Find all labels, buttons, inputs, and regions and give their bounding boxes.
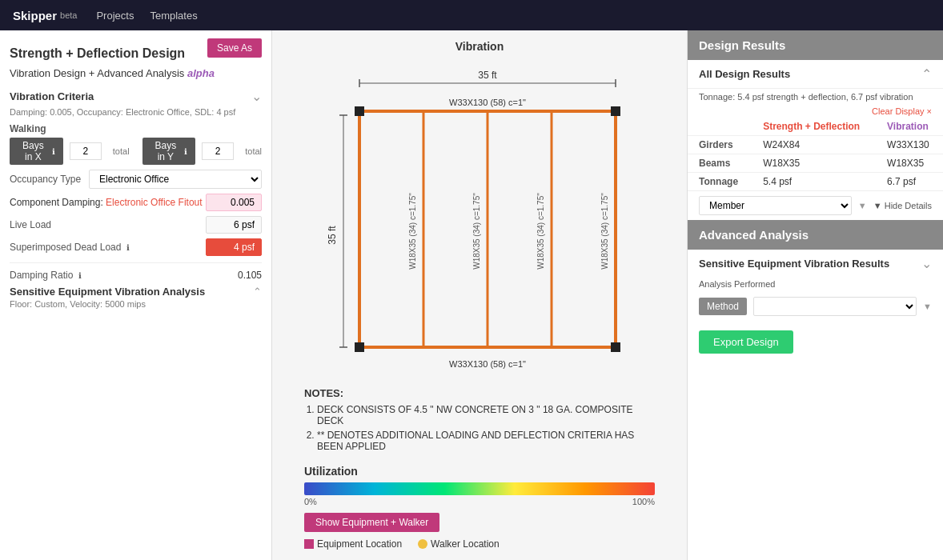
equipment-color-swatch bbox=[304, 539, 314, 549]
sdl-label: Superimposed Dead Load ℹ bbox=[10, 242, 206, 253]
bays-y-input[interactable] bbox=[202, 142, 234, 160]
vibration-info: Damping: 0.005, Occupancy: Electronic Of… bbox=[10, 107, 262, 117]
beams-sd: W18X35 bbox=[752, 154, 876, 173]
beta-tag: beta bbox=[60, 10, 77, 20]
analysis-performed-text: Analysis Performed bbox=[688, 278, 943, 294]
clear-display-button[interactable]: Clear Display × bbox=[688, 105, 943, 118]
method-button[interactable]: Method bbox=[699, 298, 747, 315]
gradient-labels: 0% 100% bbox=[304, 497, 655, 506]
sensitive-results-collapse[interactable]: ⌄ bbox=[921, 256, 932, 271]
vibration-criteria-title: Vibration Criteria bbox=[10, 90, 94, 102]
tonnage-vib: 6.7 psf bbox=[876, 173, 943, 191]
notes-title: NOTES: bbox=[304, 387, 655, 399]
sdl-input[interactable] bbox=[206, 238, 262, 256]
sdl-row: Superimposed Dead Load ℹ bbox=[10, 238, 262, 256]
svg-text:W18X35 (34) c=1.75": W18X35 (34) c=1.75" bbox=[536, 193, 545, 270]
all-results-row: All Design Results ⌃ bbox=[688, 60, 943, 89]
walking-label: Walking bbox=[10, 123, 262, 134]
method-row: Method ▼ bbox=[688, 294, 943, 324]
note-item-2: ** DENOTES ADDITIONAL LOADING AND DEFLEC… bbox=[317, 430, 655, 452]
floor-diagram: 35 ft W33X130 (58) c=1" 35 ft bbox=[327, 59, 632, 371]
all-results-title: All Design Results bbox=[699, 68, 790, 80]
advanced-analysis-header: Advanced Analysis bbox=[688, 220, 943, 250]
utilization-section: Utilization 0% 100% Show Equipment + Wal… bbox=[288, 465, 671, 550]
tonnage-label: Tonnage bbox=[688, 173, 752, 191]
export-design-button[interactable]: Export Design bbox=[699, 330, 793, 354]
left-panel: Save As Strength + Deflection Design Vib… bbox=[0, 30, 272, 560]
bays-y-button[interactable]: Bays in Y ℹ bbox=[142, 138, 196, 165]
svg-rect-11 bbox=[611, 106, 620, 116]
bays-y-total: total bbox=[245, 146, 262, 156]
results-table: Strength + Deflection Vibration Girders … bbox=[688, 118, 943, 190]
svg-text:W18X35 (34) c=1.75": W18X35 (34) c=1.75" bbox=[408, 193, 417, 270]
gradient-bar bbox=[304, 482, 655, 495]
diagram-title: Vibration bbox=[288, 40, 671, 53]
notes-list: DECK CONSISTS OF 4.5 " NW CONCRETE ON 3 … bbox=[304, 404, 655, 452]
vibration-criteria-header: Vibration Criteria ⌄ bbox=[10, 89, 262, 104]
occupancy-label: Occupancy Type bbox=[10, 174, 89, 185]
hide-details-button[interactable]: ▼ Hide Details bbox=[873, 201, 932, 210]
bays-x-total: total bbox=[113, 146, 130, 156]
bays-x-row: Bays in X ℹ total Bays in Y ℹ total bbox=[10, 138, 262, 165]
component-damping-row: Component Damping: Electronic Office Fit… bbox=[10, 194, 262, 211]
divider bbox=[10, 262, 262, 263]
bays-x-input[interactable] bbox=[70, 142, 102, 160]
component-damping-input[interactable] bbox=[206, 194, 262, 211]
svg-rect-12 bbox=[355, 342, 364, 352]
sensitive-results-row: Sensitive Equipment Vibration Results ⌄ bbox=[688, 250, 943, 278]
svg-rect-10 bbox=[355, 106, 364, 116]
col-vib: Vibration bbox=[876, 118, 943, 136]
diagram-container: 35 ft W33X130 (58) c=1" 35 ft bbox=[327, 59, 632, 371]
member-row: Member ▼ ▼ Hide Details bbox=[688, 190, 943, 220]
sensitive-equipment-title: Sensitive Equipment Vibration Analysis bbox=[10, 286, 205, 298]
navigation: Skipper beta Projects Templates bbox=[0, 0, 943, 30]
note-item-1: DECK CONSISTS OF 4.5 " NW CONCRETE ON 3 … bbox=[317, 404, 655, 426]
live-load-label: Live Load bbox=[10, 219, 206, 230]
show-equipment-button[interactable]: Show Equipment + Walker bbox=[304, 513, 439, 532]
svg-text:W33X130 (58) c=1": W33X130 (58) c=1" bbox=[449, 359, 526, 369]
vibration-criteria-collapse[interactable]: ⌄ bbox=[251, 89, 262, 104]
legend-walker: Walker Location bbox=[418, 538, 500, 550]
table-row: Tonnage 5.4 psf 6.7 psf bbox=[688, 173, 943, 191]
girders-sd: W24X84 bbox=[752, 136, 876, 154]
svg-text:W18X35 (34) c=1.75": W18X35 (34) c=1.75" bbox=[472, 193, 481, 270]
all-results-collapse[interactable]: ⌃ bbox=[921, 66, 932, 82]
svg-rect-13 bbox=[611, 342, 620, 352]
legend-equipment: Equipment Location bbox=[304, 538, 402, 550]
panel-subtitle: Vibration Design + Advanced Analysis alp… bbox=[10, 67, 262, 79]
damping-ratio-label: Damping Ratio ℹ bbox=[10, 270, 238, 281]
col-sd: Strength + Deflection bbox=[752, 118, 876, 136]
beams-vib: W18X35 bbox=[876, 154, 943, 173]
col-label bbox=[688, 118, 752, 136]
table-row: Girders W24X84 W33X130 bbox=[688, 136, 943, 154]
walker-color-swatch bbox=[418, 539, 427, 549]
occupancy-select[interactable]: Electronic Office bbox=[89, 170, 262, 189]
right-panel: Design Results All Design Results ⌃ Tonn… bbox=[687, 30, 943, 560]
svg-text:35 ft: 35 ft bbox=[478, 70, 497, 81]
occupancy-row: Occupancy Type Electronic Office bbox=[10, 170, 262, 189]
sensitive-results-title: Sensitive Equipment Vibration Results bbox=[699, 258, 889, 270]
component-damping-label: Component Damping: Electronic Office Fit… bbox=[10, 197, 206, 208]
center-panel: Vibration 35 ft W33X130 (58) c=1" 35 ft bbox=[272, 30, 687, 560]
bays-x-button[interactable]: Bays in X ℹ bbox=[10, 138, 63, 165]
girders-vib: W33X130 bbox=[876, 136, 943, 154]
nav-templates[interactable]: Templates bbox=[150, 10, 197, 22]
live-load-input[interactable] bbox=[206, 216, 262, 234]
nav-projects[interactable]: Projects bbox=[96, 10, 134, 22]
method-select[interactable] bbox=[753, 297, 917, 316]
save-as-button[interactable]: Save As bbox=[207, 38, 262, 58]
sensitive-collapse-icon[interactable]: ⌃ bbox=[253, 286, 262, 298]
table-row: Beams W18X35 W18X35 bbox=[688, 154, 943, 173]
svg-text:W18X35 (34) c=1.75": W18X35 (34) c=1.75" bbox=[600, 193, 609, 270]
tonnage-sd: 5.4 psf bbox=[752, 173, 876, 191]
member-select[interactable]: Member bbox=[699, 196, 852, 215]
util-min-label: 0% bbox=[304, 497, 317, 506]
util-max-label: 100% bbox=[632, 497, 655, 506]
live-load-row: Live Load bbox=[10, 216, 262, 234]
girders-label: Girders bbox=[688, 136, 752, 154]
tonnage-text: Tonnage: 5.4 psf strength + deflection, … bbox=[688, 89, 943, 105]
svg-text:W33X130 (58) c=1": W33X130 (58) c=1" bbox=[449, 98, 526, 107]
design-results-header: Design Results bbox=[688, 30, 943, 60]
utilization-title: Utilization bbox=[304, 465, 655, 478]
sensitive-equipment-info: Floor: Custom, Velocity: 5000 mips bbox=[10, 299, 262, 309]
